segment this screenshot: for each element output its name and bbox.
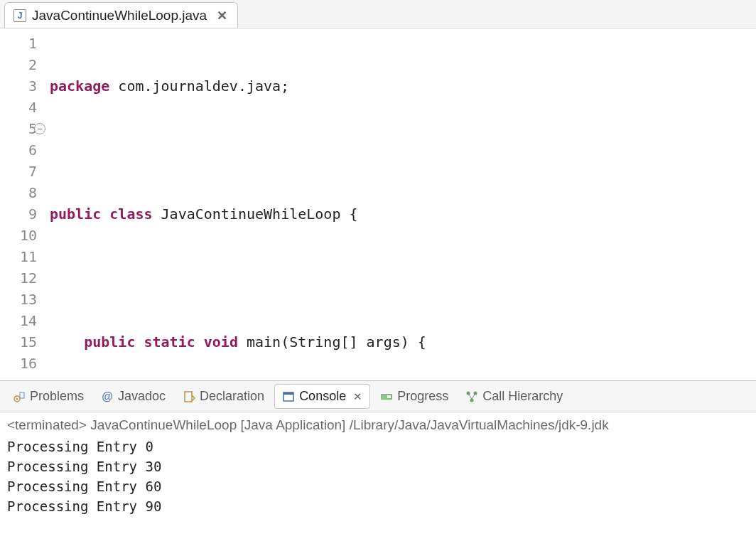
progress-icon: [380, 390, 393, 403]
code-line: [45, 139, 756, 161]
line-number: 1: [0, 33, 37, 54]
tab-declaration[interactable]: Declaration: [176, 385, 271, 408]
console-output: <terminated> JavaContinueWhileLoop [Java…: [0, 412, 756, 519]
line-number-gutter: 1 2 3 4 5 − 6 7 8 9 10 11 12 13 14 15 16: [0, 28, 45, 380]
line-number: 7: [0, 161, 37, 182]
declaration-icon: [183, 390, 195, 403]
svg-point-7: [467, 391, 470, 395]
tab-label: Call Hierarchy: [482, 389, 563, 404]
code-line: [45, 267, 756, 289]
tab-label: Console: [299, 389, 346, 404]
code-line: public class JavaContinueWhileLoop {: [45, 203, 756, 225]
tab-title: JavaContinueWhileLoop.java: [32, 8, 207, 23]
problems-icon: [13, 390, 26, 403]
console-line: Processing Entry 60: [7, 476, 749, 496]
code-content[interactable]: package com.journaldev.java; public clas…: [45, 28, 756, 380]
line-number: 11: [0, 246, 37, 267]
code-line: package com.journaldev.java;: [45, 75, 756, 97]
console-icon: [282, 390, 295, 403]
line-number: 12: [0, 267, 37, 289]
svg-rect-1: [20, 392, 24, 398]
tab-javadoc[interactable]: @ Javadoc: [94, 385, 173, 408]
tab-progress[interactable]: Progress: [373, 385, 455, 408]
tab-console[interactable]: Console ✕: [274, 384, 370, 409]
call-hierarchy-icon: [465, 390, 478, 403]
console-line: Processing Entry 30: [7, 456, 749, 476]
tab-label: Javadoc: [118, 389, 166, 404]
svg-rect-2: [185, 392, 192, 402]
code-line: public static void main(String[] args) {: [45, 331, 756, 353]
tab-label: Progress: [397, 389, 448, 404]
svg-rect-4: [284, 392, 293, 395]
editor-tab[interactable]: J JavaContinueWhileLoop.java ✕: [4, 2, 238, 28]
console-line: Processing Entry 90: [7, 496, 749, 516]
java-file-icon: J: [14, 9, 26, 22]
svg-point-9: [470, 398, 474, 402]
line-number: 3: [0, 75, 37, 97]
svg-point-8: [474, 391, 477, 395]
tab-label: Problems: [30, 389, 84, 404]
line-number: 14: [0, 310, 37, 331]
editor-tab-bar: J JavaContinueWhileLoop.java ✕: [0, 0, 756, 28]
line-number: 6: [0, 139, 37, 161]
console-status: <terminated> JavaContinueWhileLoop [Java…: [7, 415, 749, 435]
tab-problems[interactable]: Problems: [6, 385, 91, 408]
line-number: 13: [0, 289, 37, 310]
code-editor: 1 2 3 4 5 − 6 7 8 9 10 11 12 13 14 15 16…: [0, 28, 756, 381]
fold-collapse-icon[interactable]: −: [34, 123, 45, 134]
close-icon[interactable]: ✕: [353, 390, 362, 403]
console-line: Processing Entry 0: [7, 437, 749, 456]
svg-rect-6: [382, 395, 387, 399]
line-number: 8: [0, 182, 37, 203]
line-number: 16: [0, 353, 37, 374]
tab-label: Declaration: [200, 389, 264, 404]
tab-call-hierarchy[interactable]: Call Hierarchy: [458, 385, 570, 408]
line-number: 9: [0, 203, 37, 225]
bottom-view-tabs: Problems @ Javadoc Declaration Console ✕…: [0, 381, 756, 412]
line-number: 5 −: [0, 118, 37, 139]
line-number: 2: [0, 54, 37, 75]
close-icon[interactable]: ✕: [217, 8, 227, 23]
line-number: 10: [0, 225, 37, 246]
line-number: 15: [0, 331, 37, 353]
javadoc-icon: @: [101, 390, 114, 403]
line-number: 4: [0, 97, 37, 118]
